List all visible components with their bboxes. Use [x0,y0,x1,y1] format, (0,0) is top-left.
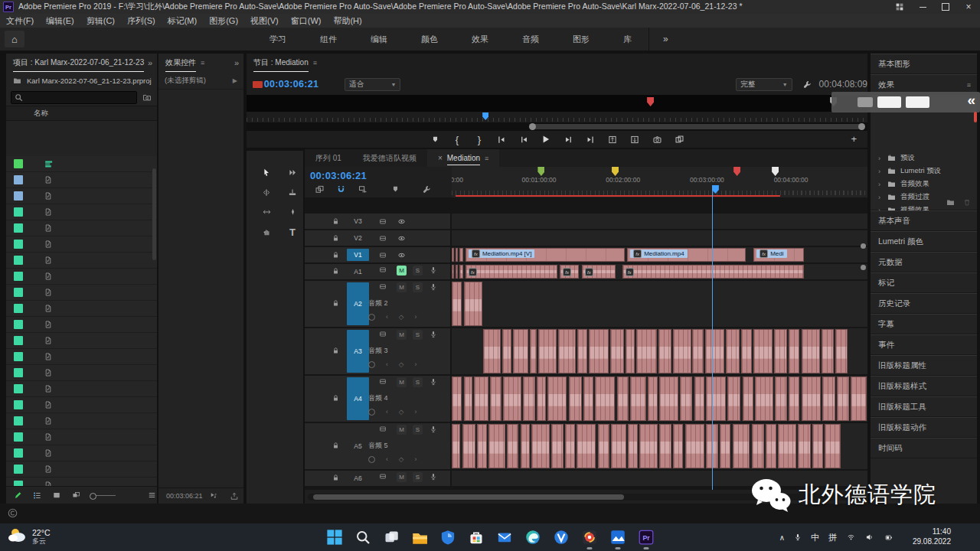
search-bin-icon[interactable] [142,93,152,102]
sync-lock-icon[interactable] [378,331,387,337]
chevron-right-icon[interactable]: › [878,155,883,162]
ripple-edit-tool[interactable] [257,183,276,201]
comparison-view-icon[interactable] [673,133,685,145]
project-item-row[interactable] [6,429,157,445]
timeline-clip[interactable] [503,377,521,421]
timeline-clip[interactable] [488,424,505,468]
taskbar-clock[interactable]: 11:40 29.08.2022 [913,527,951,546]
lift-icon[interactable] [606,133,619,145]
timeline-clip[interactable] [685,424,704,468]
linked-selection-icon[interactable] [358,185,368,194]
timeline-clip[interactable] [752,424,764,468]
timeline-settings-icon[interactable] [423,185,431,194]
track-name[interactable]: 音频 3 [368,346,388,356]
label-color-chip[interactable] [14,416,23,425]
timeline-clip[interactable] [659,424,671,468]
timeline-clip[interactable] [626,329,635,373]
timeline-clip[interactable] [835,329,848,373]
export-icon[interactable] [230,492,239,500]
timeline-clip[interactable]: fx [560,265,578,279]
sync-lock-icon[interactable] [378,283,387,290]
mark-out-icon[interactable]: } [473,133,485,145]
timeline-clip[interactable] [452,265,454,279]
timeline-clip[interactable] [705,329,724,373]
timeline-clip[interactable] [720,424,730,468]
add-button-icon[interactable]: + [851,133,857,145]
timeline-clip[interactable] [589,329,609,373]
step-back-icon[interactable] [518,133,530,145]
project-item-row[interactable] [6,285,157,301]
timeline-clip[interactable] [648,377,658,421]
timeline-clip[interactable]: fx [622,265,805,279]
program-mini-ruler[interactable] [247,112,867,122]
timeline-clip[interactable] [577,329,587,373]
workspace-overflow-icon[interactable]: » [648,28,682,51]
toggle-track-output-icon[interactable] [397,235,407,242]
go-to-in-icon[interactable] [495,133,508,145]
timeline-clip[interactable] [694,377,704,421]
sync-lock-icon[interactable] [378,378,387,385]
timeline-clip[interactable]: fx [466,265,558,279]
track-target-A1[interactable]: A1 [347,266,369,278]
timeline-clip[interactable] [547,377,567,421]
timeline-clip[interactable] [812,424,823,468]
label-color-chip[interactable] [14,207,23,217]
taskbar-video-app-icon[interactable] [608,528,627,547]
effects-folder-row[interactable]: › 音频效果 [871,178,977,191]
timeline-clip[interactable]: fxMediation.mp4 [627,248,746,262]
track-lane[interactable]: fxfxfxfx [452,264,867,279]
label-color-chip[interactable] [14,368,23,377]
timeline-clip[interactable] [825,424,841,468]
panel-header[interactable]: 时间码 [871,438,977,458]
timeline-clip[interactable] [521,424,530,468]
timeline-clip[interactable] [595,377,615,421]
program-timecode[interactable]: 00:03:06:21 [264,79,318,90]
track-target-A4[interactable]: A4 [347,377,369,420]
label-color-chip[interactable] [14,352,23,361]
timeline-clip[interactable] [537,377,546,421]
export-frame-icon[interactable] [651,133,663,145]
project-item-row[interactable] [6,172,157,188]
menu-0[interactable]: 文件(F) [0,15,40,27]
menu-6[interactable]: 视图(V) [244,15,285,27]
timeline-clip[interactable] [507,424,518,468]
project-item-row[interactable] [6,204,157,220]
solo-button[interactable]: S [413,472,423,482]
zoom-handle-left[interactable] [529,123,536,130]
voiceover-mic-icon[interactable] [430,377,437,386]
keyframe-controls[interactable]: ‹◇› [368,313,416,321]
solo-button[interactable]: S [413,266,423,276]
timeline-clip[interactable] [569,377,582,421]
timeline-clip[interactable] [464,377,472,421]
wifi-icon[interactable] [846,533,856,541]
toggle-track-output-icon[interactable] [397,252,407,259]
zoom-slider[interactable] [91,495,116,496]
timeline-clip[interactable] [774,329,787,373]
panel-header[interactable]: 元数据 [871,252,977,272]
timeline-clip[interactable] [822,329,834,373]
menu-2[interactable]: 剪辑(C) [80,15,121,27]
timeline-clip[interactable] [617,377,629,421]
label-color-chip[interactable] [14,159,23,168]
voiceover-mic-icon[interactable] [430,425,437,434]
timeline-clip[interactable] [598,424,609,468]
timeline-clip[interactable] [798,424,810,468]
selection-tool[interactable] [257,163,276,181]
track-target-V1[interactable]: V1 [347,249,369,261]
timeline-clip[interactable] [513,329,528,373]
sync-lock-icon[interactable] [378,252,387,259]
project-item-row[interactable] [6,188,157,204]
project-writable-icon[interactable] [14,491,22,500]
panel-header[interactable]: Lumetri 颜色 [871,231,977,252]
track-target-A5[interactable]: A5 [347,425,369,468]
label-color-chip[interactable] [14,448,23,458]
freeform-view-icon[interactable] [71,491,81,499]
panel-menu-icon[interactable]: ≡ [201,59,204,67]
label-color-chip[interactable] [14,304,23,313]
timeline-clip[interactable] [775,377,787,421]
mute-button[interactable]: M [397,282,407,292]
menu-8[interactable]: 帮助(H) [327,15,368,27]
workspace-tab-5[interactable]: 音频 [505,34,556,45]
timeline-clip[interactable] [538,329,557,373]
project-list-header[interactable]: 名称 [6,106,157,121]
